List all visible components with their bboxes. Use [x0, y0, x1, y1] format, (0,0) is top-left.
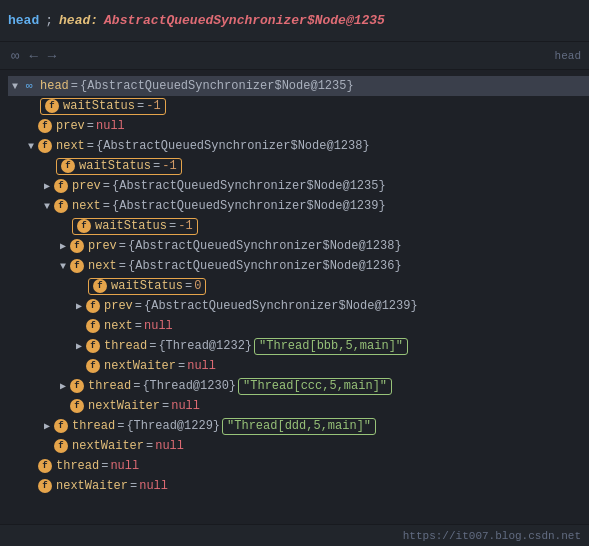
field-icon: f	[77, 219, 91, 233]
table-row[interactable]: f next = {AbstractQueuedSynchronizer$Nod…	[8, 136, 589, 156]
expand-icon[interactable]	[56, 240, 70, 252]
field-icon: f	[70, 399, 84, 413]
table-row[interactable]: f prev = {AbstractQueuedSynchronizer$Nod…	[8, 176, 589, 196]
field-value: null	[155, 439, 184, 453]
field-value: null	[96, 119, 125, 133]
field-icon: f	[86, 319, 100, 333]
obj-ref: {AbstractQueuedSynchronizer$Node@1235}	[80, 79, 354, 93]
table-row[interactable]: f prev = null	[8, 116, 589, 136]
expand-icon[interactable]	[40, 420, 54, 432]
var-name: waitStatus	[111, 279, 183, 293]
field-icon: f	[54, 199, 68, 213]
table-row[interactable]: f waitStatus = -1	[8, 216, 589, 236]
highlight-thread-string: "Thread[bbb,5,main]"	[254, 338, 408, 355]
table-row[interactable]: f nextWaiter = null	[8, 436, 589, 456]
table-row[interactable]: f waitStatus = -1	[8, 96, 589, 116]
var-name: thread	[104, 339, 147, 353]
table-row[interactable]: f next = {AbstractQueuedSynchronizer$Nod…	[8, 256, 589, 276]
field-icon: f	[54, 439, 68, 453]
table-row[interactable]: ∞ head = {AbstractQueuedSynchronizer$Nod…	[8, 76, 589, 96]
table-row[interactable]: f prev = {AbstractQueuedSynchronizer$Nod…	[8, 296, 589, 316]
expand-icon[interactable]	[72, 340, 86, 352]
obj-icon: ∞	[22, 79, 36, 93]
field-icon: f	[70, 259, 84, 273]
field-value: -1	[162, 159, 176, 173]
breadcrumb-value: AbstractQueuedSynchronizer$Node@1235	[104, 13, 385, 28]
var-name: next	[104, 319, 133, 333]
var-name: waitStatus	[63, 99, 135, 113]
thread-string: "Thread[ddd,5,main]"	[227, 419, 371, 433]
forward-icon[interactable]: →	[45, 46, 59, 66]
var-name: next	[56, 139, 85, 153]
field-value: null	[187, 359, 216, 373]
highlight-waitstatus: f waitStatus = -1	[72, 218, 198, 235]
field-icon: f	[38, 479, 52, 493]
obj-ref: {AbstractQueuedSynchronizer$Node@1236}	[128, 259, 402, 273]
var-name: thread	[88, 379, 131, 393]
expand-icon[interactable]	[56, 380, 70, 392]
table-row[interactable]: f waitStatus = 0	[8, 276, 589, 296]
var-name: nextWaiter	[104, 359, 176, 373]
breadcrumb-head-keyword: head	[8, 13, 39, 28]
expand-icon[interactable]	[24, 141, 38, 152]
obj-ref: {Thread@1230}	[142, 379, 236, 393]
table-row[interactable]: f waitStatus = -1	[8, 156, 589, 176]
expand-icon[interactable]	[8, 81, 22, 92]
obj-ref: {AbstractQueuedSynchronizer$Node@1235}	[112, 179, 386, 193]
table-row[interactable]: f next = null	[8, 316, 589, 336]
expand-icon[interactable]	[40, 180, 54, 192]
status-url: https://it007.blog.csdn.net	[403, 530, 581, 542]
table-row[interactable]: f thread = {Thread@1230} "Thread[ccc,5,m…	[8, 376, 589, 396]
field-value: null	[171, 399, 200, 413]
expand-icon[interactable]	[40, 201, 54, 212]
thread-string: "Thread[bbb,5,main]"	[259, 339, 403, 353]
table-row[interactable]: f nextWaiter = null	[8, 356, 589, 376]
var-name: next	[72, 199, 101, 213]
highlight-waitstatus: f waitStatus = 0	[88, 278, 206, 295]
var-name: nextWaiter	[72, 439, 144, 453]
table-row[interactable]: f nextWaiter = null	[8, 396, 589, 416]
obj-ref: {AbstractQueuedSynchronizer$Node@1238}	[96, 139, 370, 153]
tree-area[interactable]: ∞ head = {AbstractQueuedSynchronizer$Nod…	[0, 70, 589, 524]
highlight-waitstatus: f waitStatus = -1	[56, 158, 182, 175]
field-icon: f	[86, 339, 100, 353]
back-icon[interactable]: ←	[26, 46, 40, 66]
var-name: nextWaiter	[56, 479, 128, 493]
field-icon: f	[45, 99, 59, 113]
obj-ref: {AbstractQueuedSynchronizer$Node@1239}	[144, 299, 418, 313]
table-row[interactable]: f thread = null	[8, 456, 589, 476]
table-row[interactable]: f thread = {Thread@1229} "Thread[ddd,5,m…	[8, 416, 589, 436]
breadcrumb-head-label: head:	[59, 13, 98, 28]
var-name: nextWaiter	[88, 399, 160, 413]
var-name: thread	[56, 459, 99, 473]
highlight-thread-string: "Thread[ccc,5,main]"	[238, 378, 392, 395]
field-icon: f	[86, 359, 100, 373]
table-row[interactable]: f prev = {AbstractQueuedSynchronizer$Nod…	[8, 236, 589, 256]
field-value: 0	[194, 279, 201, 293]
var-name: waitStatus	[95, 219, 167, 233]
field-icon: f	[61, 159, 75, 173]
field-icon: f	[54, 179, 68, 193]
expand-icon[interactable]	[56, 261, 70, 272]
table-row[interactable]: f next = {AbstractQueuedSynchronizer$Nod…	[8, 196, 589, 216]
breadcrumb-separator: ;	[45, 13, 53, 28]
status-bar: https://it007.blog.csdn.net	[0, 524, 589, 546]
obj-ref: {Thread@1232}	[158, 339, 252, 353]
highlight-thread-string: "Thread[ddd,5,main]"	[222, 418, 376, 435]
var-name: head	[40, 79, 69, 93]
obj-ref: {Thread@1229}	[126, 419, 220, 433]
obj-ref: {AbstractQueuedSynchronizer$Node@1238}	[128, 239, 402, 253]
field-value: -1	[178, 219, 192, 233]
field-value: null	[110, 459, 139, 473]
table-row[interactable]: f nextWaiter = null	[8, 476, 589, 496]
field-icon: f	[54, 419, 68, 433]
var-name: prev	[104, 299, 133, 313]
field-icon: f	[70, 239, 84, 253]
highlight-waitstatus: f waitStatus = -1	[40, 98, 166, 115]
var-name: thread	[72, 419, 115, 433]
field-value: null	[139, 479, 168, 493]
table-row[interactable]: f thread = {Thread@1232} "Thread[bbb,5,m…	[8, 336, 589, 356]
infinite-icon[interactable]: ∞	[8, 46, 22, 66]
field-icon: f	[38, 459, 52, 473]
expand-icon[interactable]	[72, 300, 86, 312]
